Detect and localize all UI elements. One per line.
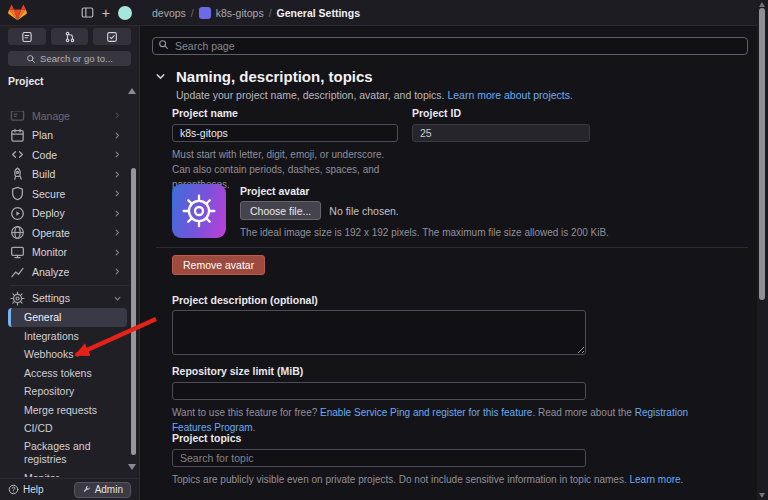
repository-size-limit-field: Repository size limit (MiB) Want to use … <box>172 365 586 435</box>
sidebar-item-plan[interactable]: Plan <box>0 126 139 146</box>
page-scrollbar-down-arrow[interactable] <box>759 493 765 498</box>
page-scrollbar-thumb[interactable] <box>759 8 765 300</box>
topics-help-text: Topics are publicly visible even on priv… <box>172 474 629 485</box>
page-scrollbar-up-arrow[interactable] <box>759 2 765 7</box>
wrench-icon <box>82 485 91 494</box>
project-description-textarea[interactable] <box>172 310 586 355</box>
breadcrumb-project-avatar <box>199 7 211 19</box>
breadcrumb-separator: / <box>269 7 272 19</box>
section-subtitle-text: Update your project name, description, a… <box>176 89 447 101</box>
sidebar-subitem-label: General <box>24 311 61 323</box>
chevron-right-icon <box>112 266 123 277</box>
sidebar-subitem-webhooks[interactable]: Webhooks <box>0 345 139 364</box>
no-file-chosen-text: No file chosen. <box>329 205 398 217</box>
sidebar-subitem-monitor[interactable]: Monitor <box>0 469 139 478</box>
rocket-icon <box>10 167 25 182</box>
sidebar-subitem-cicd[interactable]: CI/CD <box>0 419 139 438</box>
kubernetes-logo-icon <box>181 193 217 229</box>
section-subtitle: Update your project name, description, a… <box>176 89 573 101</box>
breadcrumb-group-link[interactable]: devops <box>152 7 186 19</box>
top-bar: + devops / k8s-gitops / General Settings <box>0 0 768 26</box>
chevron-right-icon <box>112 130 123 141</box>
size-limit-input[interactable] <box>172 382 586 400</box>
project-id-input <box>412 124 590 142</box>
gitlab-logo-icon[interactable] <box>8 4 27 22</box>
section-title: Naming, description, topics <box>176 68 373 85</box>
size-limit-label: Repository size limit (MiB) <box>172 365 586 377</box>
sidebar-subitem-access-tokens[interactable]: Access tokens <box>0 364 139 383</box>
sidebar-subitem-merge-requests[interactable]: Merge requests <box>0 401 139 420</box>
create-new-icon[interactable]: + <box>102 6 110 20</box>
choose-file-button[interactable]: Choose file... <box>240 201 321 220</box>
sidebar-item-monitor[interactable]: Monitor <box>0 243 139 263</box>
sidebar-scrollbar-thumb[interactable] <box>131 168 136 455</box>
issues-shortcut-button[interactable] <box>8 28 46 45</box>
sidebar-subitem-label: Webhooks <box>24 348 73 360</box>
sidebar-item-label: Settings <box>32 292 70 304</box>
project-topics-field: Project topics Topics are publicly visib… <box>172 432 586 487</box>
chart-line-icon <box>10 264 25 279</box>
gear-icon <box>10 291 25 306</box>
sidebar-item-secure[interactable]: Secure <box>0 184 139 204</box>
search-or-go-to-label: Search or go to... <box>40 53 113 64</box>
sidebar-item-settings[interactable]: Settings <box>0 289 139 309</box>
sidebar-subitem-label: Monitor <box>24 472 59 477</box>
project-avatar-label: Project avatar <box>240 185 652 197</box>
merge-requests-shortcut-button[interactable] <box>51 28 89 45</box>
nav-divider <box>10 285 129 286</box>
project-id-label: Project ID <box>412 107 590 119</box>
chevron-right-icon <box>112 208 123 219</box>
sidebar: Search or go to... Project Manage Plan C… <box>0 26 140 500</box>
chevron-right-icon <box>112 247 123 258</box>
project-topics-label: Project topics <box>172 432 586 444</box>
topics-search-input[interactable] <box>172 449 586 467</box>
search-or-go-to-button[interactable]: Search or go to... <box>8 51 131 66</box>
help-button[interactable]: Help <box>8 484 44 495</box>
sidebar-item-build[interactable]: Build <box>0 165 139 185</box>
sidebar-subitem-packages-registries[interactable]: Packages and registries <box>0 438 139 469</box>
sidebar-item-analyze[interactable]: Analyze <box>0 262 139 282</box>
chevron-down-icon <box>112 293 123 304</box>
chevron-right-icon <box>112 169 123 180</box>
sidebar-item-label: Operate <box>32 227 70 239</box>
project-name-input[interactable] <box>172 124 398 142</box>
collapse-chevron-icon[interactable] <box>154 70 167 83</box>
sidebar-scrollbar-up-arrow[interactable] <box>128 88 136 94</box>
sidebar-item-label: Monitor <box>32 246 67 258</box>
sidebar-subitem-label: Merge requests <box>24 404 97 416</box>
project-avatar-image <box>172 184 226 238</box>
sidebar-item-deploy[interactable]: Deploy <box>0 204 139 224</box>
remove-avatar-button[interactable]: Remove avatar <box>172 255 265 275</box>
search-icon <box>26 54 36 64</box>
sidebar-toggle-icon[interactable] <box>81 6 94 19</box>
chevron-right-icon <box>112 149 123 160</box>
sidebar-item-label: Analyze <box>32 266 69 278</box>
page-scrollbar <box>757 0 768 500</box>
chevron-right-icon <box>112 111 123 121</box>
project-description-label: Project description (optional) <box>172 294 586 306</box>
sidebar-item-manage[interactable]: Manage <box>0 111 139 126</box>
sidebar-subitem-label: Integrations <box>24 330 79 342</box>
admin-label: Admin <box>95 484 123 495</box>
sidebar-subitem-repository[interactable]: Repository <box>0 382 139 401</box>
search-page-input[interactable] <box>152 37 748 55</box>
topics-learn-more-link[interactable]: Learn more. <box>629 474 683 485</box>
sidebar-scrollbar-down-arrow[interactable] <box>128 464 136 470</box>
breadcrumb-project-link[interactable]: k8s-gitops <box>216 7 264 19</box>
sidebar-item-code[interactable]: Code <box>0 145 139 165</box>
issues-icon <box>21 31 33 43</box>
sidebar-subitem-label: Repository <box>24 385 74 397</box>
enable-service-ping-link[interactable]: Enable Service Ping and register for thi… <box>320 407 532 418</box>
sidebar-item-label: Manage <box>32 111 70 122</box>
sidebar-context-label: Project <box>8 75 139 87</box>
sidebar-item-operate[interactable]: Operate <box>0 223 139 243</box>
todo-shortcut-button[interactable] <box>93 28 131 45</box>
sidebar-item-label: Plan <box>32 129 53 141</box>
sidebar-subitem-integrations[interactable]: Integrations <box>0 327 139 346</box>
user-avatar[interactable] <box>118 6 132 20</box>
learn-more-projects-link[interactable]: Learn more about projects. <box>447 89 573 101</box>
sidebar-subitem-general[interactable]: General <box>8 308 127 327</box>
size-limit-help-text: . Read more about the <box>532 407 634 418</box>
chevron-right-icon <box>112 188 123 199</box>
admin-button[interactable]: Admin <box>74 482 131 498</box>
